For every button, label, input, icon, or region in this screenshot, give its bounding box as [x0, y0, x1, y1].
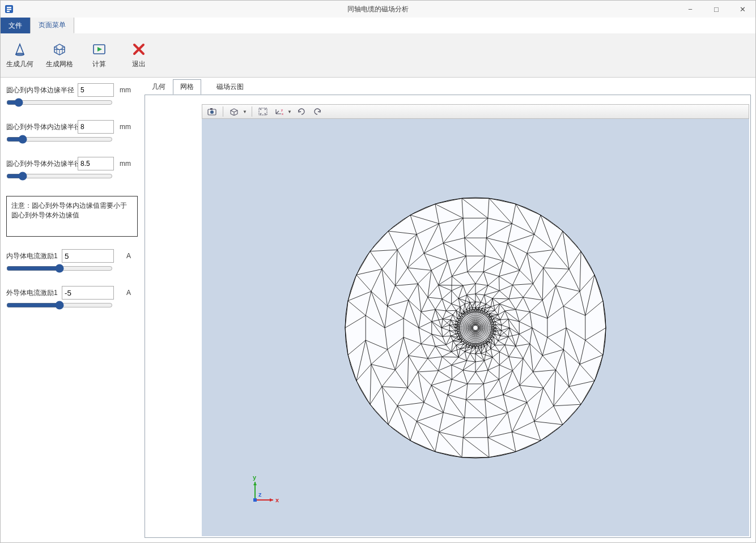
rotate-cw-button[interactable] — [295, 106, 308, 117]
compute-label: 计算 — [92, 59, 106, 69]
axis-x-label: x — [275, 497, 279, 503]
minimize-button[interactable]: − — [677, 1, 703, 18]
param-r1-unit: mm — [117, 86, 131, 94]
toolbar-separator — [223, 106, 223, 117]
close-icon: ✕ — [740, 5, 746, 14]
build-mesh-button[interactable]: 生成网格 — [46, 41, 73, 69]
param-r2-label: 圆心到外导体内边缘半径 — [6, 122, 74, 132]
param-r2-unit: mm — [117, 123, 131, 131]
maximize-icon: □ — [714, 5, 719, 14]
tab-page-menu[interactable]: 页面菜单 — [30, 18, 74, 33]
svg-point-7 — [210, 110, 214, 114]
tab-file[interactable]: 文件 — [1, 18, 30, 33]
svg-rect-1 — [7, 7, 11, 8]
zoom-extents-button[interactable] — [257, 106, 269, 117]
build-mesh-label: 生成网格 — [46, 59, 73, 69]
parameter-sidebar: 圆心到内导体边缘半径 mm 圆心到外导体内边缘半径 mm 圆心到外导体外边缘半径 — [1, 78, 142, 542]
content-area: 圆心到内导体边缘半径 mm 圆心到外导体内边缘半径 mm 圆心到外导体外边缘半径 — [1, 78, 755, 542]
param-r3-input[interactable] — [78, 157, 114, 170]
maximize-button[interactable]: □ — [703, 1, 729, 18]
axis-z-label: z — [258, 491, 262, 498]
axes-orientation-button[interactable]: yx — [273, 106, 285, 117]
graphics-viewport[interactable]: x y z — [202, 119, 749, 536]
geometry-icon — [12, 41, 28, 57]
param-r1-label: 圆心到内导体边缘半径 — [6, 85, 74, 95]
view-mode-button[interactable] — [228, 106, 240, 117]
svg-text:x: x — [282, 112, 283, 116]
ribbon: 生成几何 生成网格 计算 — [1, 33, 755, 78]
titlebar: 同轴电缆的磁场分析 − □ ✕ — [1, 1, 755, 18]
axis-y-label: y — [253, 474, 257, 481]
exit-icon — [131, 41, 147, 57]
window-controls: − □ ✕ — [677, 1, 755, 18]
svg-text:y: y — [281, 108, 283, 112]
compute-button[interactable]: 计算 — [86, 41, 113, 69]
rotate-ccw-button[interactable] — [311, 106, 324, 117]
param-i1-unit: A — [117, 252, 131, 260]
viewer-tabs: 几何 网格 磁场云图 — [145, 81, 751, 95]
note-text: 注意：圆心到外导体内边缘值需要小于圆心到外导体外边缘值 — [11, 202, 127, 219]
svg-rect-607 — [253, 498, 257, 502]
mesh-visualization — [339, 192, 611, 464]
param-i1: 内导体电流激励1 A — [6, 249, 138, 263]
tab-mesh-label: 网格 — [180, 83, 194, 91]
param-i1-slider[interactable] — [6, 264, 113, 273]
viewer-frame: ▼ yx ▼ — [145, 95, 751, 538]
window-title: 同轴电缆的磁场分析 — [347, 5, 409, 14]
param-r1-slider[interactable] — [6, 98, 113, 107]
svg-rect-3 — [7, 11, 10, 12]
svg-rect-2 — [7, 9, 11, 10]
param-i1-input[interactable] — [62, 249, 114, 263]
build-geometry-label: 生成几何 — [6, 59, 33, 69]
tab-geometry[interactable]: 几何 — [145, 79, 173, 95]
svg-marker-604 — [270, 498, 273, 502]
param-r2-input[interactable] — [78, 120, 114, 134]
svg-point-12 — [345, 198, 606, 458]
svg-marker-606 — [253, 482, 257, 485]
compute-icon — [91, 41, 107, 57]
dropdown-caret-icon[interactable]: ▼ — [287, 109, 292, 114]
tab-mesh[interactable]: 网格 — [173, 79, 201, 95]
snapshot-button[interactable] — [206, 106, 218, 117]
tab-page-label: 页面菜单 — [39, 20, 66, 30]
dropdown-caret-icon[interactable]: ▼ — [243, 109, 247, 114]
param-i2-label: 外导体电流激励1 — [6, 288, 58, 298]
menubar: 文件 页面菜单 — [1, 18, 755, 33]
svg-rect-8 — [210, 108, 213, 110]
note-box: 注意：圆心到外导体内边缘值需要小于圆心到外导体外边缘值 — [6, 196, 138, 237]
param-r2-slider[interactable] — [6, 135, 113, 144]
view-toolbar: ▼ yx ▼ — [202, 104, 749, 119]
tab-field-plot[interactable]: 磁场云图 — [209, 79, 251, 95]
param-i1-label: 内导体电流激励1 — [6, 251, 58, 261]
close-button[interactable]: ✕ — [729, 1, 755, 18]
exit-button[interactable]: 退出 — [125, 41, 152, 69]
param-r3-slider[interactable] — [6, 172, 113, 181]
viewer-panel: 几何 网格 磁场云图 ▼ — [142, 78, 755, 542]
tab-field-plot-label: 磁场云图 — [216, 83, 244, 91]
mesh-icon — [52, 41, 67, 57]
param-r3: 圆心到外导体外边缘半径 mm — [6, 157, 138, 170]
param-r1: 圆心到内导体边缘半径 mm — [6, 83, 138, 97]
param-i2: 外导体电流激励1 A — [6, 286, 138, 300]
param-r3-label: 圆心到外导体外边缘半径 — [6, 159, 74, 169]
param-r2: 圆心到外导体内边缘半径 mm — [6, 120, 138, 134]
tab-file-label: 文件 — [9, 21, 22, 31]
minimize-icon: − — [688, 5, 693, 14]
param-i2-input[interactable] — [62, 286, 114, 300]
param-r3-unit: mm — [117, 160, 131, 168]
exit-label: 退出 — [132, 59, 146, 69]
param-r1-input[interactable] — [78, 83, 114, 97]
coordinate-axes: x y z — [247, 474, 281, 508]
param-i2-unit: A — [117, 289, 131, 297]
toolbar-separator — [252, 106, 252, 117]
param-i2-slider[interactable] — [6, 301, 113, 310]
app-icon — [1, 1, 18, 18]
app-window: 同轴电缆的磁场分析 − □ ✕ 文件 页面菜单 生成几何 — [0, 0, 756, 543]
tab-geometry-label: 几何 — [152, 83, 165, 91]
build-geometry-button[interactable]: 生成几何 — [6, 41, 33, 69]
